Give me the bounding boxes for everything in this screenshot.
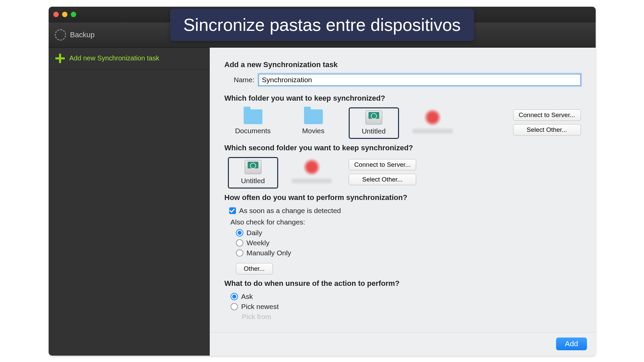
drive-icon [245, 160, 261, 174]
question-folder1: Which folder you want to keep synchroniz… [225, 94, 581, 103]
close-icon[interactable] [53, 12, 59, 17]
name-input[interactable] [258, 74, 581, 86]
connect-server-button-2[interactable]: Connect to Server... [349, 159, 416, 170]
redacted-folder [409, 107, 456, 134]
radio-label: Weekly [247, 239, 269, 247]
radio-label: Pick newest [241, 303, 279, 311]
form-heading: Add a new Synchronization task [225, 60, 581, 69]
sidebar: Add new Synchronization task [49, 48, 210, 356]
question-frequency: How often do you want to perform synchro… [225, 193, 581, 202]
radio-icon [231, 293, 238, 300]
folder-icon [304, 109, 323, 124]
plus-icon [55, 54, 65, 63]
form-content: Add a new Synchronization task Name: Whi… [210, 48, 596, 332]
folder-untitled[interactable]: Untitled [349, 107, 399, 139]
select-other-button-2[interactable]: Select Other... [349, 174, 416, 185]
sidebar-item-label: Add new Synchronization task [69, 54, 159, 62]
radio-daily[interactable]: Daily [236, 229, 581, 237]
sidebar-add-sync-task[interactable]: Add new Synchronization task [49, 48, 210, 69]
folder-label: Movies [290, 127, 337, 135]
radio-label: Manually Only [247, 249, 291, 257]
drive-icon [365, 110, 382, 124]
radio-manual[interactable]: Manually Only [236, 249, 581, 257]
other-schedule-button[interactable]: Other... [236, 263, 273, 274]
radio-weekly[interactable]: Weekly [236, 239, 581, 247]
checkbox-icon [229, 207, 236, 214]
connect-server-button[interactable]: Connect to Server... [513, 109, 581, 121]
folder-label: Documents [229, 127, 277, 135]
radio-icon [236, 239, 243, 247]
radio-label: Daily [247, 229, 262, 237]
radio-ask[interactable]: Ask [231, 293, 581, 301]
name-label: Name: [234, 76, 255, 84]
window-controls [53, 12, 76, 17]
redacted-folder-2 [288, 157, 335, 183]
radio-icon [236, 249, 243, 257]
app-window: Backup Add new Synchronization task Add … [49, 7, 596, 356]
checkbox-label: As soon as a change is detected [239, 207, 341, 215]
toolbar-title: Backup [70, 31, 95, 39]
radio-pick-from-faded: Pick from [242, 313, 581, 321]
checkbox-on-change[interactable]: As soon as a change is detected [229, 207, 581, 215]
app-logo-icon [55, 29, 66, 41]
fullscreen-icon[interactable] [71, 12, 76, 17]
minimize-icon[interactable] [62, 12, 67, 17]
folder-documents[interactable]: Documents [228, 107, 278, 138]
main-panel: Add a new Synchronization task Name: Whi… [210, 48, 596, 356]
radio-icon [231, 303, 238, 310]
radio-label: Ask [241, 293, 253, 301]
question-unsure: What to do when unsure of the action to … [225, 279, 581, 288]
also-check-label: Also check for changes: [231, 218, 581, 226]
select-other-button[interactable]: Select Other... [513, 124, 581, 136]
folder-movies[interactable]: Movies [288, 107, 339, 138]
overlay-banner: Sincronize pastas entre dispositivos [170, 9, 474, 41]
radio-icon [236, 229, 243, 237]
add-button[interactable]: Add [556, 338, 587, 350]
folder-label: Untitled [230, 177, 276, 185]
folder2-untitled[interactable]: Untitled [228, 157, 278, 189]
question-folder2: Which second folder you want to keep syn… [225, 144, 581, 152]
radio-pick-newest[interactable]: Pick newest [231, 303, 581, 311]
folder-label: Untitled [351, 127, 397, 135]
folder-icon [244, 109, 262, 124]
footer-bar: Add [210, 332, 596, 356]
